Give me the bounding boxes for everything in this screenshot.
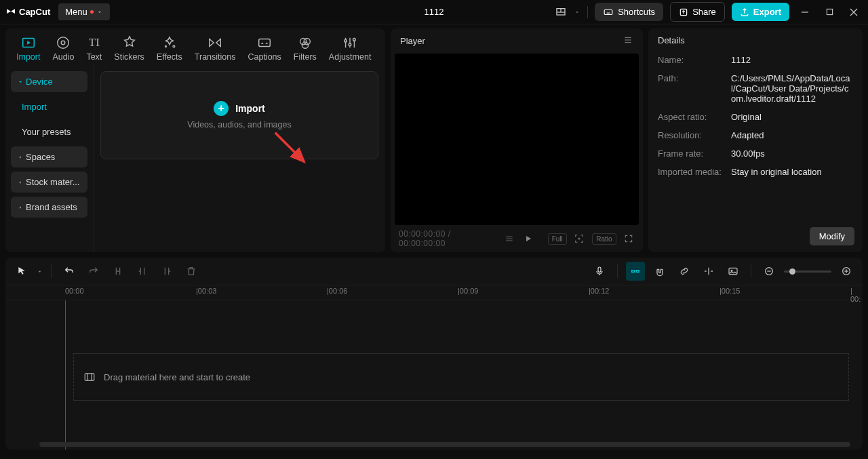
chevron-down-icon[interactable] [574, 9, 580, 16]
undo-button[interactable] [60, 262, 79, 281]
timeline-tracks[interactable]: Drag material here and start to create [5, 300, 863, 450]
timeline-toolbar [5, 258, 863, 285]
modify-button[interactable]: Modify [810, 227, 854, 245]
value-media: Stay in original location [731, 167, 822, 177]
label-name: Name: [658, 55, 723, 65]
tab-stickers[interactable]: Stickers [110, 33, 148, 64]
redo-icon [88, 266, 99, 277]
svg-point-26 [344, 39, 347, 42]
fullscreen-button[interactable] [623, 233, 635, 245]
record-button[interactable] [590, 262, 609, 281]
tab-audio[interactable]: Audio [48, 33, 78, 64]
cover-icon [728, 266, 738, 277]
split-button[interactable] [108, 262, 127, 281]
timeline-ruler[interactable]: 00:00 |00:03 |00:06 |00:09 |00:12 |00:15… [5, 285, 863, 300]
sidebar-item-device[interactable]: Device [11, 71, 87, 92]
svg-point-15 [58, 37, 69, 49]
film-icon [83, 371, 96, 383]
shortcuts-button[interactable]: Shortcuts [595, 3, 663, 21]
timecode-current: 00:00:00:00 [399, 229, 446, 239]
timecode-total: 00:00:00:00 [399, 239, 446, 248]
details-panel: Details Name:1112 Path:C:/Users/PMLS/App… [648, 28, 863, 252]
share-icon [679, 7, 688, 17]
selection-tool[interactable] [12, 262, 31, 281]
maximize-icon [826, 8, 833, 16]
player-list-button[interactable] [504, 233, 515, 245]
scale-button[interactable] [574, 233, 585, 245]
expand-icon [624, 234, 633, 243]
tab-import[interactable]: Import [12, 33, 44, 64]
sidebar-item-spaces[interactable]: Spaces [11, 146, 87, 167]
svg-rect-11 [827, 9, 832, 14]
player-menu-button[interactable] [623, 35, 633, 47]
tab-text[interactable]: TI Text [82, 33, 106, 64]
svg-point-18 [165, 46, 166, 47]
ratio-button[interactable]: Ratio [592, 233, 616, 245]
zoom-in-button[interactable] [837, 262, 856, 281]
filters-tab-icon [298, 35, 313, 50]
trim-left-icon [137, 266, 148, 277]
link-button[interactable] [675, 262, 694, 281]
play-icon [524, 234, 533, 243]
zoom-out-icon [764, 266, 774, 277]
value-framerate: 30.00fps [731, 148, 765, 159]
timeline-scrollbar[interactable] [39, 442, 850, 447]
scrollbar-thumb[interactable] [39, 442, 850, 447]
window-minimize[interactable] [796, 3, 814, 21]
window-close[interactable] [845, 3, 863, 21]
ruler-tick: |00:15 [719, 287, 740, 295]
zoom-out-button[interactable] [760, 262, 778, 281]
tab-effects[interactable]: Effects [153, 33, 186, 64]
label-path: Path: [658, 73, 723, 104]
tab-captions[interactable]: Captions [243, 33, 285, 64]
import-tab-icon [21, 35, 36, 50]
media-panel: Import Audio TI Text Stickers Effects Tr… [5, 28, 385, 252]
magnet-main-button[interactable] [626, 262, 645, 281]
ruler-tick: 00:00 [65, 287, 84, 295]
playhead[interactable] [65, 300, 66, 450]
export-button[interactable]: Export [732, 3, 789, 21]
svg-rect-39 [636, 271, 639, 273]
import-dropzone[interactable]: + Import Videos, audios, and images [100, 71, 378, 159]
preview-axis-icon [703, 266, 714, 277]
timeline-drop-hint[interactable]: Drag material here and start to create [73, 353, 849, 401]
redo-button[interactable] [84, 262, 103, 281]
zoom-slider[interactable] [784, 271, 831, 273]
sidebar-item-stock[interactable]: Stock mater... [11, 172, 87, 193]
export-icon [740, 7, 749, 17]
sidebar-item-brand[interactable]: Brand assets [11, 197, 87, 218]
tab-filters[interactable]: Filters [290, 33, 321, 64]
magnet-track-button[interactable] [650, 262, 669, 281]
share-label: Share [692, 7, 716, 17]
trim-left-button[interactable] [133, 262, 152, 281]
cover-button[interactable] [724, 262, 743, 281]
delete-button[interactable] [182, 262, 201, 281]
sidebar-sub-presets[interactable]: Your presets [11, 121, 87, 142]
ruler-tick: |00:12 [589, 287, 609, 295]
tab-transitions[interactable]: Transitions [191, 33, 240, 64]
share-button[interactable]: Share [670, 2, 725, 22]
project-title: 1112 [425, 7, 444, 17]
chevron-down-icon[interactable] [37, 268, 43, 275]
minimize-icon [801, 8, 809, 16]
play-button[interactable] [522, 233, 534, 245]
svg-rect-38 [632, 271, 635, 273]
zoom-thumb[interactable] [789, 268, 795, 275]
preview-axis-button[interactable] [699, 262, 718, 281]
tab-adjustment[interactable]: Adjustment [325, 33, 376, 64]
media-tabs: Import Audio TI Text Stickers Effects Tr… [5, 28, 385, 64]
ruler-tick: |00:03 [196, 287, 216, 295]
mic-icon [594, 266, 605, 277]
label-aspect: Aspect ratio: [658, 112, 723, 122]
window-maximize[interactable] [821, 3, 838, 21]
full-button[interactable]: Full [548, 233, 567, 245]
menu-button[interactable]: Menu [58, 3, 110, 20]
svg-rect-37 [598, 267, 601, 272]
captions-tab-icon [257, 35, 272, 50]
layout-icon [555, 7, 566, 18]
sidebar-sub-import[interactable]: Import [11, 96, 87, 117]
separator [587, 6, 588, 18]
trim-right-button[interactable] [157, 262, 176, 281]
label-framerate: Frame rate: [658, 148, 723, 159]
layout-button[interactable] [555, 6, 567, 18]
